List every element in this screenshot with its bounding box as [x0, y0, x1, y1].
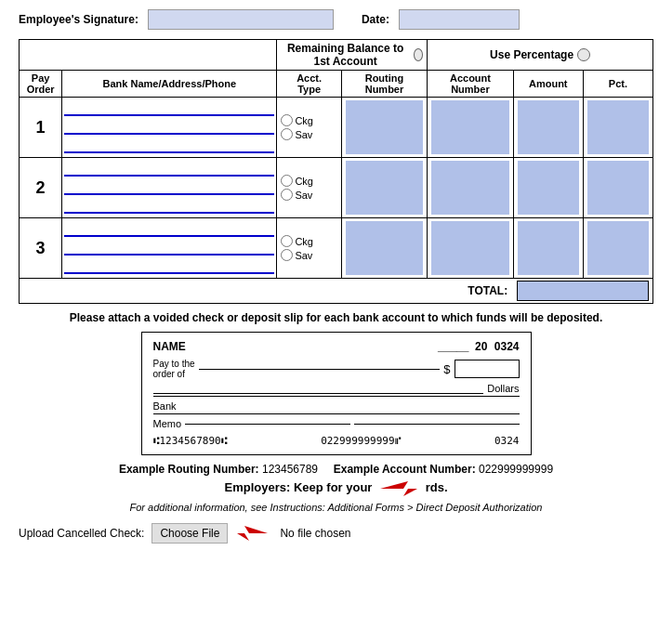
bank-name-input-1a[interactable]	[64, 99, 274, 116]
direct-deposit-table: Remaining Balance to 1st Account Use Per…	[19, 39, 653, 304]
pay-order-1: 1	[20, 98, 62, 158]
total-input-cell[interactable]	[513, 279, 652, 304]
routing-3[interactable]	[341, 218, 427, 279]
check-date-prefix: 20	[475, 340, 487, 353]
routing-1[interactable]	[341, 98, 427, 158]
bank-name-input-1c[interactable]	[64, 137, 274, 153]
bank-name-header: Bank Name/Address/Phone	[62, 71, 277, 98]
check-pay-line	[199, 369, 441, 370]
remaining-balance-label: Remaining Balance to 1st Account	[281, 42, 409, 68]
check-pay-row: Pay to the order of $	[153, 359, 520, 379]
account-3[interactable]	[428, 218, 513, 279]
svg-marker-1	[237, 526, 268, 541]
account-2[interactable]	[428, 158, 513, 218]
employers-label: Employers: Keep for your	[224, 480, 372, 494]
pay-order-3: 3	[20, 218, 62, 279]
pct-input-3[interactable]	[587, 221, 649, 275]
date-label: Date:	[362, 13, 389, 26]
check-name-label: NAME	[153, 340, 186, 353]
check-memo-row: Memo	[153, 418, 520, 429]
choose-file-button[interactable]: Choose File	[152, 523, 228, 544]
check-memo-label: Memo	[153, 418, 182, 429]
bank-name-input-2c[interactable]	[64, 197, 274, 214]
example-account-label: Example Account Number:	[334, 463, 476, 476]
check-pay-label: Pay to the order of	[153, 359, 195, 379]
pct-input-1[interactable]	[587, 100, 649, 154]
ckg-radio-row-1: Ckg	[281, 114, 313, 126]
remaining-balance-header: Remaining Balance to 1st Account	[281, 42, 423, 68]
table-row: 1 Ckg Sav	[20, 98, 653, 158]
bank-name-input-3a[interactable]	[64, 220, 274, 237]
check-dollar-sign: $	[443, 362, 450, 376]
bank-cell-1	[62, 98, 277, 158]
check-bank-label: Bank	[153, 400, 177, 412]
upload-section: Upload Cancelled Check: Choose File No f…	[19, 522, 653, 544]
total-label: TOTAL:	[20, 279, 514, 304]
ckg-radio-row-2: Ckg	[281, 175, 313, 187]
pct-1[interactable]	[583, 98, 652, 158]
bank-name-input-1b[interactable]	[64, 118, 274, 135]
amount-input-2[interactable]	[518, 161, 579, 215]
pay-order-2: 2	[20, 158, 62, 218]
check-dollars-label: Dollars	[487, 383, 519, 394]
bank-name-input-2b[interactable]	[64, 178, 274, 195]
pay-order-header: PayOrder	[20, 71, 62, 98]
no-file-text: No file chosen	[280, 527, 350, 540]
check-memo-line	[185, 424, 350, 425]
pct-2[interactable]	[583, 158, 652, 218]
routing-input-2[interactable]	[346, 161, 423, 215]
routing-header: RoutingNumber	[341, 71, 427, 98]
upload-label: Upload Cancelled Check:	[19, 527, 144, 540]
check-bank-line: Bank	[153, 400, 520, 414]
ckg-radio-2[interactable]	[281, 175, 293, 187]
example-routing-label: Example Routing Number:	[119, 463, 259, 476]
date-input[interactable]	[399, 9, 520, 30]
bank-name-input-2a[interactable]	[64, 160, 274, 177]
total-row: TOTAL:	[20, 279, 653, 304]
remaining-balance-checkbox[interactable]	[414, 48, 423, 61]
sav-radio-3[interactable]	[281, 249, 293, 261]
account-1[interactable]	[428, 98, 513, 158]
pct-input-2[interactable]	[587, 161, 649, 215]
total-input[interactable]	[517, 281, 649, 301]
ckg-label-3: Ckg	[295, 236, 313, 247]
account-input-1[interactable]	[431, 100, 508, 154]
check-diagram: NAME _____ 20 0324 Pay to the order of $…	[141, 332, 532, 455]
check-sig-line	[354, 424, 520, 425]
account-input-2[interactable]	[431, 161, 508, 215]
amount-input-3[interactable]	[518, 221, 579, 275]
sav-radio-2[interactable]	[281, 189, 293, 201]
ckg-radio-3[interactable]	[281, 235, 293, 247]
sav-radio-row-2: Sav	[281, 189, 312, 201]
amount-3[interactable]	[513, 218, 583, 279]
account-input-3[interactable]	[431, 221, 508, 275]
bank-name-input-3c[interactable]	[64, 257, 274, 274]
use-percentage-checkbox[interactable]	[577, 48, 590, 61]
svg-marker-0	[380, 481, 417, 496]
ckg-label-1: Ckg	[295, 115, 313, 126]
sav-radio-1[interactable]	[281, 128, 293, 140]
ckg-radio-1[interactable]	[281, 114, 293, 126]
acct-type-header: Acct.Type	[277, 71, 341, 98]
amount-1[interactable]	[513, 98, 583, 158]
pct-3[interactable]	[583, 218, 652, 279]
use-percentage-label: Use Percentage	[490, 48, 573, 61]
amount-input-1[interactable]	[518, 100, 579, 154]
bank-cell-2	[62, 158, 277, 218]
routing-input-1[interactable]	[346, 100, 423, 154]
signature-input[interactable]	[148, 9, 334, 30]
use-percentage-header: Use Percentage	[431, 48, 649, 61]
account-header: AccountNumber	[428, 71, 513, 98]
routing-input-3[interactable]	[346, 221, 423, 275]
table-row: 3 Ckg Sav	[20, 218, 653, 279]
employers-label-2: rds.	[426, 480, 448, 494]
bank-name-input-3b[interactable]	[64, 239, 274, 256]
red-arrow-upload-icon	[235, 522, 272, 544]
check-bottom: ⑆1234567890⑆ 022999999999⑈ 0324	[153, 435, 520, 447]
acct-type-2: Ckg Sav	[277, 158, 341, 218]
amount-2[interactable]	[513, 158, 583, 218]
example-account-number: 022999999999	[479, 463, 553, 476]
instructions-text: For additional information, see Instruct…	[19, 502, 653, 513]
bank-cell-3	[62, 218, 277, 279]
routing-2[interactable]	[341, 158, 427, 218]
